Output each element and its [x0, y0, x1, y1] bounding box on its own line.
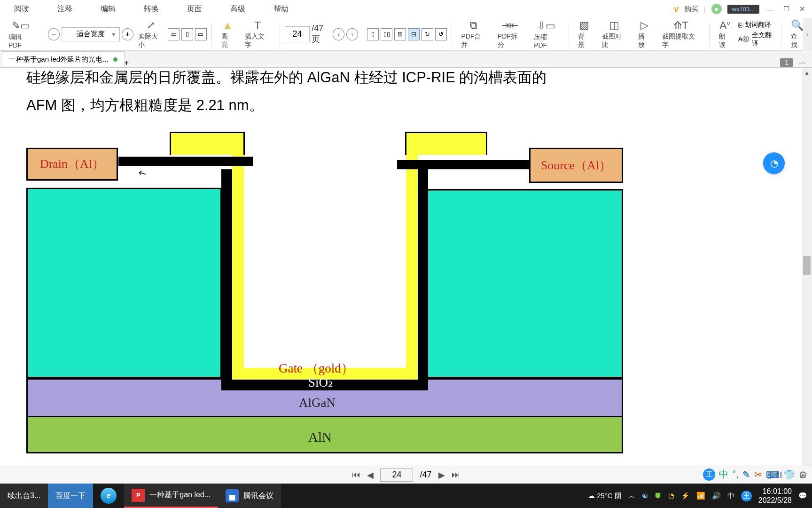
highlight-button[interactable]: ▲高亮 — [217, 19, 239, 50]
xuetu-gear-icon[interactable]: ⚙ — [799, 469, 807, 480]
toolbar-overflow[interactable]: › — [803, 18, 812, 51]
cap-left — [118, 157, 253, 166]
menu-read[interactable]: 阅读 — [14, 4, 29, 14]
task-item-tencent[interactable]: ▅腾讯会议 — [218, 484, 281, 508]
tray-disk-icon[interactable]: ◔ — [668, 492, 674, 500]
notifications-icon[interactable]: 💬 — [798, 492, 807, 500]
layer-etch-right — [416, 189, 623, 378]
zoom-in-button[interactable]: + — [122, 28, 133, 40]
tray-vol-icon[interactable]: 🔊 — [712, 492, 721, 500]
menu-help[interactable]: 帮助 — [273, 4, 289, 14]
zoom-select[interactable]: 适合宽度 — [62, 27, 120, 41]
menu-advanced[interactable]: 高级 — [230, 4, 245, 14]
tab-count-badge[interactable]: 1 — [780, 58, 793, 67]
buy-link[interactable]: 购买 — [684, 5, 698, 14]
maximize-icon[interactable]: ☐ — [781, 4, 791, 14]
menu-edit[interactable]: 编辑 — [101, 4, 116, 14]
label-gate: Gate （gold） — [279, 360, 354, 377]
label-sio2: SiO₂ — [308, 375, 333, 390]
task-item-1[interactable]: 续出台3... — [0, 484, 48, 508]
vip-icon: V — [674, 5, 679, 13]
scroll-up-icon[interactable]: ▴ — [802, 68, 812, 77]
user-name[interactable]: wx103... — [727, 5, 759, 14]
view-mode-2[interactable]: ▯ — [181, 28, 193, 40]
prev-page-nav[interactable]: ◀ — [367, 470, 374, 480]
layer-gate — [232, 155, 418, 380]
tray-wifi-icon[interactable]: 📶 — [696, 492, 705, 500]
tray-wang-icon[interactable]: 王 — [741, 491, 752, 501]
page-total-label: /47 — [420, 470, 431, 480]
rotate-cw[interactable]: ↻ — [422, 28, 433, 40]
actual-size-button[interactable]: ⤢实际大小 — [135, 19, 166, 50]
float-button[interactable]: ◔ — [763, 152, 785, 174]
view-mode-3[interactable]: ▭ — [195, 28, 207, 40]
xuetu-wang-icon[interactable]: 王 — [703, 468, 715, 481]
scroll-thumb[interactable] — [803, 256, 811, 275]
read-aloud-button[interactable]: Aᵛ朗读 — [714, 19, 736, 50]
document-viewport[interactable]: 硅绝缘层和金属层的日所覆盖。裸露在外的 AlGaN 柱经过 ICP-RIE 的沟… — [0, 68, 802, 483]
tray-sync-icon[interactable]: ☯ — [642, 492, 648, 500]
next-page-button[interactable]: › — [346, 28, 358, 40]
clock[interactable]: 16:01:00 2022/5/28 — [758, 487, 792, 505]
label-algan: AlGaN — [299, 396, 336, 410]
compare-button[interactable]: ◫截图对比 — [597, 19, 632, 50]
tab-bar: 一种基于gan led外延片的光电... + 1 ︿ — [0, 51, 812, 68]
device-diagram: Drain（Al） Source（Al） Gate （gold） SiO₂ Al… — [26, 148, 623, 453]
pdf-merge-button[interactable]: ⧉PDF合并 — [456, 19, 491, 50]
prev-page-button[interactable]: ‹ — [333, 28, 344, 40]
paragraph-line-2: AFM 图，均方根粗糙度是 2.21 nm。 — [26, 92, 775, 119]
task-item-baidu[interactable]: 百度一下 — [48, 484, 93, 508]
extract-text-button[interactable]: ⟰T截图提取文字 — [657, 19, 704, 50]
next-page-nav[interactable]: ▶ — [438, 470, 445, 480]
menu-convert[interactable]: 转换 — [144, 4, 159, 14]
zoom-out-button[interactable]: − — [48, 28, 60, 40]
tray-net-icon[interactable]: ⚡ — [681, 492, 690, 500]
modified-dot-icon — [113, 57, 117, 62]
xuetu-kbd-icon[interactable]: ⌨ — [766, 469, 780, 480]
system-tray: ☁ 25°C 阴 ︿ ☯ ⛊ ◔ ⚡ 📶 🔊 中 王 16:01:00 2022… — [588, 487, 812, 505]
new-tab-button[interactable]: + — [125, 59, 129, 67]
pdf-split-button[interactable]: ⇥⇤PDF拆分 — [493, 19, 527, 50]
sel-translate-button[interactable]: ⎘划词翻译 — [738, 21, 776, 29]
xuetu-shirt-icon[interactable]: 👕 — [783, 469, 795, 480]
xuetu-punct-icon[interactable]: °, — [732, 469, 739, 480]
close-icon[interactable]: ✕ — [797, 4, 807, 14]
tray-safe-icon[interactable]: ⛊ — [655, 492, 662, 500]
user-bar: V 购买 | ● wx103... — ☐ ✕ — [674, 0, 812, 18]
menu-page[interactable]: 页面 — [187, 4, 202, 14]
background-button[interactable]: ▧背景 — [573, 19, 595, 50]
layout-cont[interactable]: ⊞ — [394, 28, 406, 40]
layout-cont2[interactable]: ⊟ — [408, 28, 420, 40]
windows-taskbar: 续出台3... 百度一下 e P一种基于gan led... ▅腾讯会议 ☁ 2… — [0, 484, 812, 508]
collapse-tabs-icon[interactable]: ︿ — [799, 57, 806, 67]
page-navigator: ⏮ ◀ 24 /47 ▶ ⏭ ▯ ⫼ ≡ ⊞ — [0, 466, 812, 484]
play-button[interactable]: ▷播放 — [633, 19, 656, 50]
last-page-button[interactable]: ⏭ — [452, 470, 460, 480]
xuetu-cut-icon[interactable]: ✂ — [754, 469, 762, 480]
drain-electrode: Drain（Al） — [26, 148, 118, 181]
weather-widget[interactable]: ☁ 25°C 阴 — [588, 492, 622, 500]
first-page-button[interactable]: ⏮ — [352, 470, 360, 480]
tray-chevron-icon[interactable]: ︿ — [628, 492, 635, 500]
minimize-icon[interactable]: — — [765, 4, 775, 14]
task-item-pdf[interactable]: P一种基于gan led... — [124, 484, 218, 508]
rotate-ccw[interactable]: ↺ — [435, 28, 447, 40]
vertical-scrollbar[interactable]: ▴ ▾ — [802, 68, 812, 483]
page-input[interactable]: 24 — [285, 26, 310, 42]
page-number-input[interactable]: 24 — [380, 468, 413, 482]
view-mode-1[interactable]: ▭ — [168, 28, 180, 40]
xuetu-ime-icon[interactable]: 中 — [719, 468, 728, 481]
tab-document[interactable]: 一种基于gan led外延片的光电... — [2, 51, 125, 67]
all-translate-button[interactable]: Aⓐ全文翻译 — [738, 31, 776, 48]
xuetu-pen-icon[interactable]: ✎ — [742, 469, 750, 480]
layout-double[interactable]: ▯▯ — [381, 28, 392, 40]
layout-single[interactable]: ▯ — [367, 28, 379, 40]
pdf-compress-button[interactable]: ⇩▭压缩PDF — [529, 19, 563, 50]
task-item-ie[interactable]: e — [93, 484, 124, 508]
avatar[interactable]: ● — [711, 4, 722, 14]
edit-pdf-button[interactable]: ✎▭编辑PDF — [4, 19, 38, 50]
menu-annotate[interactable]: 注释 — [57, 4, 72, 14]
tray-ime[interactable]: 中 — [727, 492, 734, 500]
insert-text-button[interactable]: T插入文字 — [240, 19, 274, 50]
menu-bar: 阅读 注释 编辑 转换 页面 高级 帮助 — [0, 0, 289, 18]
